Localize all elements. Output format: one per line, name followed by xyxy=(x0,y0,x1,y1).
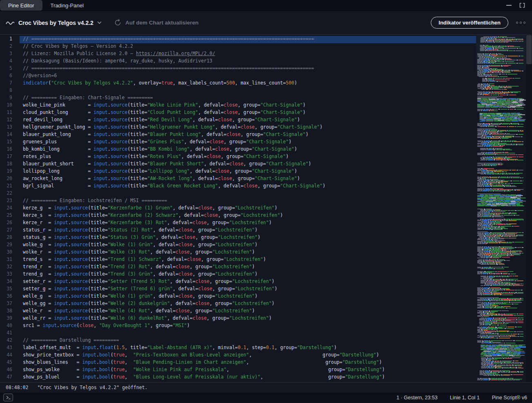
pine-version-label: Pine Script® v6 xyxy=(492,395,527,401)
line-number: 5 xyxy=(0,65,20,73)
line-number: 26 xyxy=(0,220,20,227)
code-line: aw_rocket_long = input.source(title="AW-… xyxy=(20,176,476,183)
line-number: 6 xyxy=(0,73,20,80)
line-number: 15 xyxy=(0,139,20,146)
code-line: lollipop_long = input.source(title="Loll… xyxy=(20,168,476,176)
line-number: 20 xyxy=(0,176,20,183)
pine-editor-window: Pine Editor Trading-Panel Croc Vibes by … xyxy=(0,0,532,403)
code-line: // ========= Darstellung ========= xyxy=(20,337,476,345)
line-number: 3 xyxy=(0,51,20,58)
line-number: 46 xyxy=(0,367,20,374)
code-line: status_g = input.source(title="Status (3… xyxy=(20,234,476,242)
top-tab-bar: Pine Editor Trading-Panel xyxy=(0,0,532,11)
code-line: indicator("Croc Vibes by Telgos v4.2.2",… xyxy=(20,80,476,87)
code-line: welle_gg = input.source(title="Welle (2)… xyxy=(20,301,476,308)
line-number: 28 xyxy=(0,234,20,242)
code-line: // =====================================… xyxy=(20,36,476,43)
code-line: setter_r = input.source(title="Setter (T… xyxy=(20,278,476,286)
code-line: kerze_g = input.source(title="Kerzenfarb… xyxy=(20,205,476,212)
code-line: welle_g = input.source(title="Welle (1) … xyxy=(20,293,476,301)
code-editor: 1234567891011121314151617181920212223242… xyxy=(0,35,532,382)
minimize-icon[interactable] xyxy=(506,5,512,6)
line-number: 39 xyxy=(0,315,20,323)
line-number: 2 xyxy=(0,43,20,51)
vertical-scrollbar[interactable] xyxy=(526,35,532,382)
code-line: red_devil_long = input.source(title="Red… xyxy=(20,117,476,124)
line-number: 45 xyxy=(0,359,20,367)
code-line: // ========= Eingaben: Chart-Signale ===… xyxy=(20,95,476,102)
refresh-icon xyxy=(114,19,122,27)
line-number: 40 xyxy=(0,323,20,330)
code-line: // Lizenz: Mozilla Public License 2.0 – … xyxy=(20,51,476,58)
code-line: show_blues_lines = input.bool(true, "Bla… xyxy=(20,359,476,367)
update-on-chart-label: Auf dem Chart aktualisieren xyxy=(125,20,198,26)
line-number: 8 xyxy=(0,87,20,95)
line-number: 19 xyxy=(0,168,20,176)
indicator-wave-icon xyxy=(6,20,15,26)
update-on-chart-button[interactable]: Auf dem Chart aktualisieren xyxy=(114,19,198,27)
line-number: 4 xyxy=(0,58,20,65)
code-line xyxy=(20,330,476,337)
status-bar: 1 · Gestern, 23:53 Linie 1, Col 1 Pine S… xyxy=(0,392,532,403)
console-toggle-button[interactable] xyxy=(3,394,13,401)
line-number: 1 xyxy=(0,36,20,43)
line-number: 22 xyxy=(0,190,20,198)
code-line: label_offset_mult = input.float(1.5, tit… xyxy=(20,345,476,352)
code-line: //@version=6 xyxy=(20,73,476,80)
code-line: show_ps_wolke = input.bool(true, "Wolke … xyxy=(20,367,476,374)
line-number: 13 xyxy=(0,124,20,131)
line-number: 7 xyxy=(0,80,20,87)
line-number: 38 xyxy=(0,308,20,315)
code-line: welle_r = input.source(title="Welle (4) … xyxy=(20,308,476,315)
code-line xyxy=(20,87,476,95)
tab-trading-panel[interactable]: Trading-Panel xyxy=(42,0,92,11)
cursor-position: Linie 1, Col 1 xyxy=(450,395,480,401)
console-message: "Croc Vibes by Telgos v4.2.2" geöffnet. xyxy=(37,385,147,390)
line-number: 16 xyxy=(0,146,20,154)
line-number: 43 xyxy=(0,345,20,352)
code-line: // =====================================… xyxy=(20,65,476,73)
line-number: 11 xyxy=(0,109,20,117)
code-line: blauer_punkt_long = input.source(title="… xyxy=(20,131,476,139)
line-number: 27 xyxy=(0,227,20,234)
code-line: wolke_g = input.source(title="Wolke (1) … xyxy=(20,242,476,249)
code-line: show_price_textbox = input.bool(true, "P… xyxy=(20,352,476,359)
code-line: kerze_s = input.source(title="Kerzenfarb… xyxy=(20,212,476,220)
code-line: // Croc Vibes by Telgos – Version 4.2.2 xyxy=(20,43,476,51)
minimap[interactable] xyxy=(476,35,526,382)
code-line: setter_g = input.source(title="Setter (T… xyxy=(20,286,476,293)
line-number: 44 xyxy=(0,352,20,359)
tab-pine-editor-label: Pine Editor xyxy=(8,2,34,9)
tab-trading-panel-label: Trading-Panel xyxy=(51,2,84,9)
scrollbar-thumb[interactable] xyxy=(526,35,532,64)
line-number: 36 xyxy=(0,293,20,301)
line-number: 42 xyxy=(0,337,20,345)
code-line: wolke_Line_pink = input.source(title="Wo… xyxy=(20,102,476,109)
line-number: 18 xyxy=(0,161,20,168)
code-area[interactable]: // =====================================… xyxy=(20,35,476,382)
tab-pine-editor[interactable]: Pine Editor xyxy=(0,0,42,11)
history-status: 1 · Gestern, 23:53 xyxy=(396,395,438,401)
code-line: show_ps_bluel = input.bool(true, "Blues … xyxy=(20,374,476,381)
code-line: bb_kombi_long = input.source(title="BB K… xyxy=(20,146,476,154)
more-options-icon[interactable] xyxy=(515,19,526,26)
script-selector[interactable]: Croc Vibes by Telgos v4.2.2 xyxy=(6,20,102,26)
line-number: 33 xyxy=(0,271,20,278)
code-line: bgrl_signal = input.source(title="Black … xyxy=(20,183,476,190)
code-line: welle_rr = input.source(title="Welle (6)… xyxy=(20,315,476,323)
line-number: 25 xyxy=(0,212,20,220)
code-line: trend_s = input.source(title="Trend (1) … xyxy=(20,256,476,264)
code-line: // Danksagung (Basis/Ideen): amper04, ra… xyxy=(20,58,476,65)
code-line: src1 = input.source(close, "Day OverBoug… xyxy=(20,323,476,330)
line-number: 30 xyxy=(0,249,20,256)
minimap-viewport xyxy=(476,35,526,71)
code-line: wolke_r = input.source(title="Wolke (3) … xyxy=(20,249,476,256)
line-number: 10 xyxy=(0,102,20,109)
line-number: 17 xyxy=(0,154,20,161)
line-number: 23 xyxy=(0,198,20,205)
line-number: 41 xyxy=(0,330,20,337)
line-number: 35 xyxy=(0,286,20,293)
publish-indicator-button[interactable]: Indikator veröffentlichen xyxy=(431,17,508,29)
maximize-icon[interactable] xyxy=(519,2,525,8)
line-number: 29 xyxy=(0,242,20,249)
